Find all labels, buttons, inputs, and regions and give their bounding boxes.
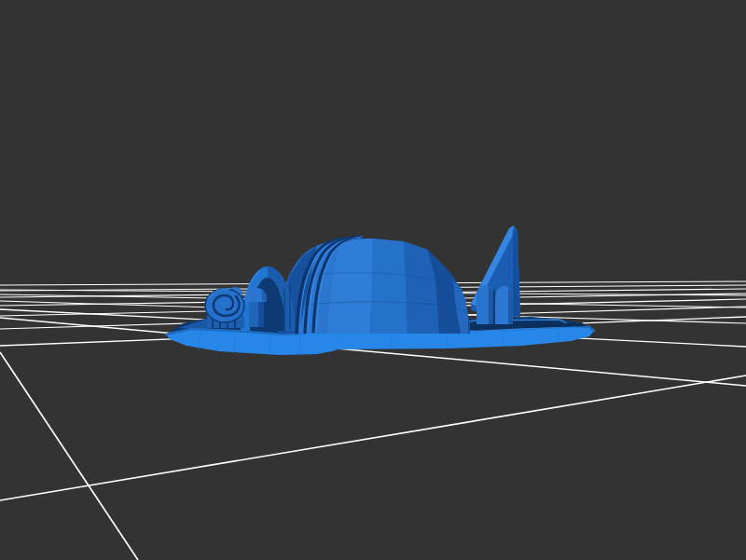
viewer-window — [0, 0, 746, 560]
peg-stem-shade — [258, 300, 264, 327]
tail-column-1-shade — [489, 287, 493, 324]
body-facet-right-1 — [370, 239, 408, 334]
3d-viewport[interactable] — [0, 0, 746, 560]
